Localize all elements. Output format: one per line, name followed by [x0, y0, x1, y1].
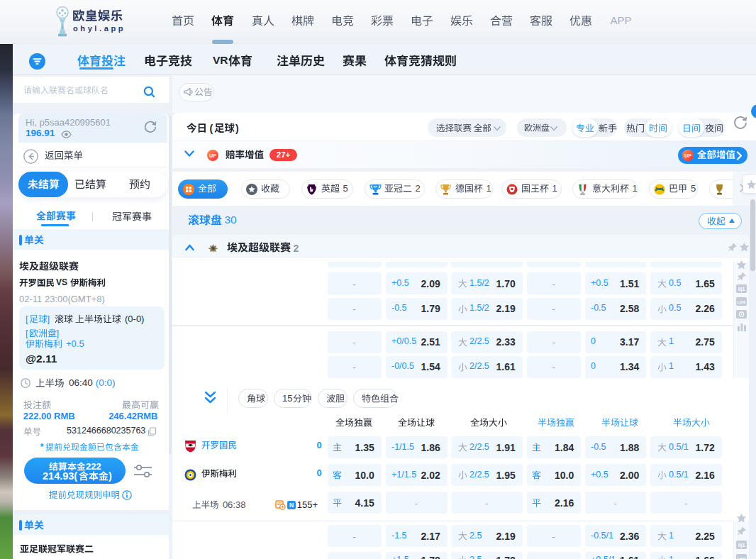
svg-text:UP: UP	[209, 152, 216, 158]
svg-text:N: N	[289, 502, 294, 509]
svg-text:LIVE: LIVE	[738, 299, 746, 304]
svg-text:0|1: 0|1	[738, 287, 745, 292]
svg-text:UP: UP	[684, 152, 691, 158]
svg-text:LIVE: LIVE	[738, 556, 746, 559]
svg-text:0|1: 0|1	[738, 543, 745, 548]
